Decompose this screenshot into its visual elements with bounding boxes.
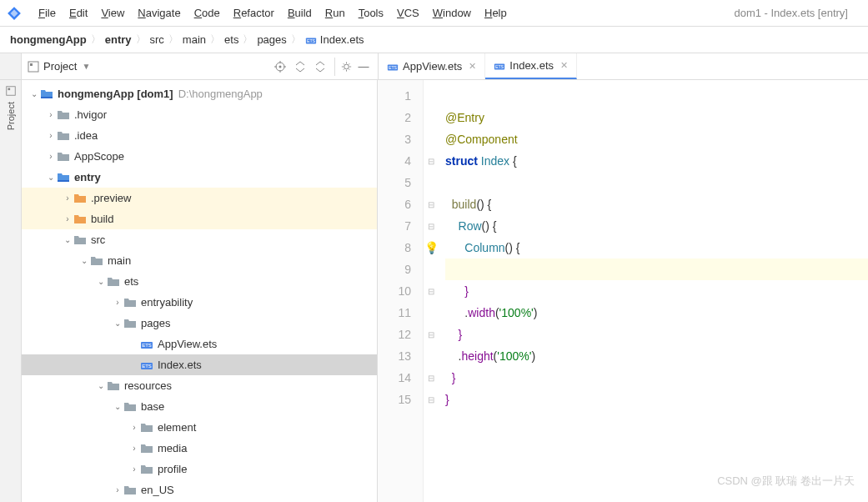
tree-expander-icon[interactable]: ›: [45, 152, 57, 161]
menu-vcs[interactable]: VCS: [390, 3, 426, 23]
menu-build[interactable]: Build: [281, 3, 319, 23]
folder-icon: [123, 484, 137, 497]
tree-node[interactable]: ›.idea: [22, 125, 377, 146]
code-line[interactable]: .width('100%'): [445, 302, 868, 324]
menu-refactor[interactable]: Refactor: [227, 3, 281, 23]
menu-code[interactable]: Code: [188, 3, 227, 23]
intention-bulb-icon[interactable]: 💡: [424, 241, 439, 254]
tree-expander-icon[interactable]: ›: [62, 214, 73, 223]
project-view-dropdown[interactable]: ▼: [82, 62, 90, 71]
code-line[interactable]: [445, 85, 868, 107]
menu-edit[interactable]: Edit: [63, 3, 94, 23]
tree-node[interactable]: ⌄resources: [22, 375, 377, 396]
tree-expander-icon[interactable]: ⌄: [45, 173, 57, 182]
tree-node[interactable]: ⌄base: [22, 396, 377, 417]
editor-tab[interactable]: AppView.ets✕: [379, 53, 485, 79]
tree-node[interactable]: ›profile: [22, 459, 377, 479]
close-tab-icon[interactable]: ✕: [469, 61, 476, 72]
line-number: 2: [378, 107, 411, 128]
tree-node[interactable]: ›element: [22, 417, 377, 438]
code-line[interactable]: }: [445, 389, 868, 410]
hide-panel-button[interactable]: —: [354, 58, 373, 76]
menu-help[interactable]: Help: [478, 3, 514, 23]
code-line[interactable]: @Component: [445, 128, 868, 150]
tree-node[interactable]: ›build: [22, 208, 377, 229]
tree-node[interactable]: ›entryability: [22, 292, 377, 313]
code-line[interactable]: [445, 172, 868, 193]
code-line[interactable]: }: [445, 280, 868, 302]
panel-settings-button[interactable]: [334, 58, 353, 76]
menu-tools[interactable]: Tools: [352, 3, 390, 23]
code-line[interactable]: Column() {: [445, 237, 868, 259]
tree-node[interactable]: ⌄main: [22, 250, 377, 271]
project-tool-tab[interactable]: Project: [6, 102, 16, 130]
code-line[interactable]: Row() {: [445, 215, 868, 237]
fold-icon[interactable]: ⊟: [424, 389, 439, 410]
tree-expander-icon[interactable]: ›: [45, 110, 57, 119]
code-line[interactable]: build() {: [445, 193, 868, 215]
fold-icon[interactable]: ⊟: [424, 367, 439, 389]
menu-navigate[interactable]: Navigate: [131, 3, 187, 23]
breadcrumb-item[interactable]: ets: [224, 33, 238, 46]
ets-file-icon: [140, 338, 153, 351]
tree-node[interactable]: ⌄ets: [22, 271, 377, 292]
collapse-all-button[interactable]: [311, 58, 329, 76]
tree-expander-icon[interactable]: ⌄: [28, 89, 40, 98]
tree-node[interactable]: AppView.ets: [22, 334, 377, 354]
tree-expander-icon[interactable]: ⌄: [112, 319, 123, 328]
tree-expander-icon[interactable]: ›: [112, 298, 123, 307]
code-line[interactable]: @Entry: [445, 107, 868, 128]
tree-expander-icon[interactable]: ›: [112, 485, 123, 494]
breadcrumb-item[interactable]: entry: [105, 33, 132, 46]
breadcrumb-item[interactable]: src: [150, 33, 164, 46]
tree-expander-icon[interactable]: ⌄: [62, 235, 73, 244]
editor-tab[interactable]: Index.ets✕: [485, 53, 577, 79]
menu-run[interactable]: Run: [319, 3, 352, 23]
tree-node[interactable]: ›media: [22, 438, 377, 459]
breadcrumb-item[interactable]: Index.ets: [305, 33, 364, 46]
tree-expander-icon[interactable]: ⌄: [112, 402, 123, 411]
fold-icon[interactable]: ⊟: [424, 324, 439, 345]
module-icon: [57, 171, 70, 184]
tree-node[interactable]: ⌄src: [22, 229, 377, 250]
menu-window[interactable]: Window: [426, 3, 478, 23]
close-tab-icon[interactable]: ✕: [560, 60, 568, 71]
tree-expander-icon[interactable]: ›: [128, 444, 140, 453]
code-line[interactable]: struct Index {: [445, 150, 868, 172]
breadcrumb-item[interactable]: main: [183, 33, 206, 46]
tree-node[interactable]: ›en_US: [22, 479, 377, 500]
tree-expander-icon[interactable]: ⌄: [95, 277, 107, 286]
tree-node[interactable]: ⌄hongmengApp [dom1]D:\hongmengApp: [22, 83, 377, 104]
fold-icon[interactable]: ⊟: [424, 280, 439, 302]
code-line[interactable]: .height('100%'): [445, 345, 868, 367]
tree-expander-icon[interactable]: ›: [62, 193, 73, 203]
fold-icon[interactable]: ⊟: [424, 215, 439, 237]
line-number: 14: [378, 367, 411, 389]
code-line[interactable]: [445, 259, 868, 280]
breadcrumb-item[interactable]: pages: [257, 33, 286, 46]
project-tree[interactable]: ⌄hongmengApp [dom1]D:\hongmengApp›.hvigo…: [22, 80, 378, 502]
expand-all-button[interactable]: [291, 58, 309, 76]
tree-expander-icon[interactable]: ›: [45, 131, 57, 140]
tree-node[interactable]: ›.hvigor: [22, 104, 377, 125]
fold-icon[interactable]: ⊟: [424, 193, 439, 215]
tree-node[interactable]: ›AppScope: [22, 146, 377, 167]
tree-expander-icon[interactable]: ⌄: [78, 256, 90, 265]
tree-expander-icon[interactable]: ⌄: [95, 381, 107, 390]
code-area[interactable]: @Entry@Componentstruct Index { build() {…: [439, 80, 868, 502]
fold-icon[interactable]: ⊟: [424, 150, 439, 172]
tree-expander-icon[interactable]: ›: [128, 464, 140, 474]
code-editor[interactable]: 123456789101112131415 ⊟⊟⊟💡⊟⊟⊟⊟ @Entry@Co…: [378, 80, 868, 502]
tree-node[interactable]: ⌄pages: [22, 313, 377, 334]
project-icon: [27, 60, 40, 73]
menu-file[interactable]: File: [32, 3, 63, 23]
code-line[interactable]: }: [445, 367, 868, 389]
tree-node[interactable]: Index.ets: [22, 354, 377, 375]
tree-expander-icon[interactable]: ›: [128, 423, 140, 432]
select-opened-file-button[interactable]: [271, 58, 289, 76]
tree-node[interactable]: ›.preview: [22, 188, 377, 208]
tree-node[interactable]: ⌄entry: [22, 167, 377, 188]
menu-view[interactable]: View: [94, 3, 131, 23]
breadcrumb-item[interactable]: hongmengApp: [10, 33, 87, 46]
code-line[interactable]: }: [445, 324, 868, 345]
